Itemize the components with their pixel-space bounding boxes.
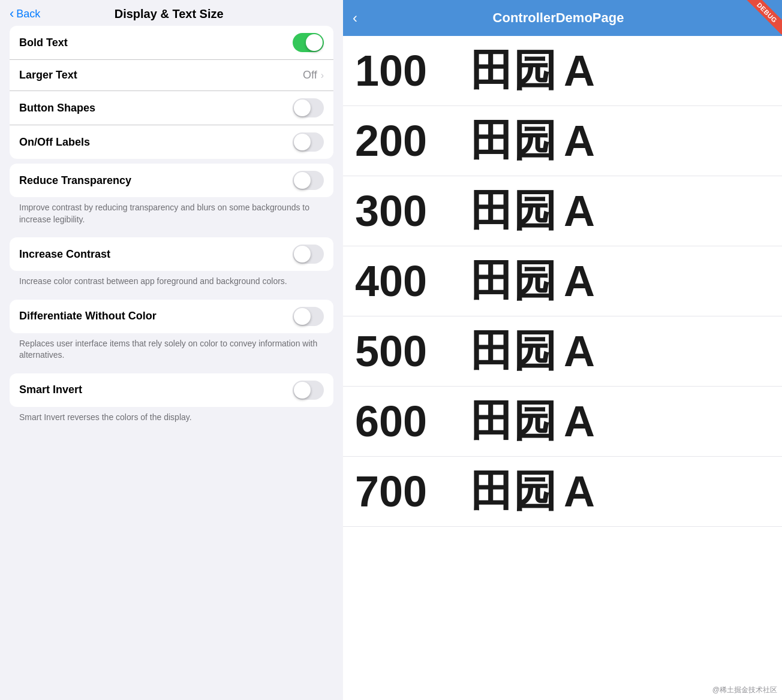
font-demo-row-600: 600 田园 A bbox=[343, 387, 782, 457]
font-size-100: 100 bbox=[355, 46, 463, 95]
font-size-700: 700 bbox=[355, 467, 463, 516]
font-chinese-200: 田园 bbox=[470, 112, 557, 170]
font-demo-row-100: 100 田园 A bbox=[343, 36, 782, 106]
font-demo-row-400: 400 田园 A bbox=[343, 246, 782, 316]
font-chinese-400: 田园 bbox=[470, 252, 557, 310]
button-shapes-row: Button Shapes bbox=[10, 91, 333, 125]
page-title: Display & Text Size bbox=[40, 7, 297, 21]
larger-text-label: Larger Text bbox=[19, 69, 303, 82]
font-letter-100: A bbox=[564, 46, 595, 95]
bold-text-label: Bold Text bbox=[19, 37, 293, 49]
watermark: @稀土掘金技术社区 bbox=[712, 685, 777, 695]
increase-contrast-row: Increase Contrast bbox=[10, 237, 333, 271]
font-demo-row-700: 700 田园 A bbox=[343, 457, 782, 527]
increase-contrast-toggle[interactable] bbox=[293, 245, 324, 264]
font-letter-400: A bbox=[564, 257, 595, 306]
bold-text-toggle[interactable] bbox=[293, 33, 324, 52]
smart-invert-label: Smart Invert bbox=[19, 384, 293, 396]
settings-content: Bold Text Larger Text Off › Button Shape… bbox=[0, 26, 343, 700]
font-size-200: 200 bbox=[355, 116, 463, 165]
increase-contrast-description: Increase color contrast between app fore… bbox=[10, 271, 333, 295]
increase-contrast-section: Increase Contrast Increase color contras… bbox=[10, 237, 333, 295]
smart-invert-card: Smart Invert bbox=[10, 373, 333, 407]
smart-invert-section: Smart Invert Smart Invert reverses the c… bbox=[10, 373, 333, 431]
larger-text-row[interactable]: Larger Text Off › bbox=[10, 60, 333, 91]
smart-invert-toggle-thumb bbox=[294, 382, 311, 399]
font-demo-row-500: 500 田园 A bbox=[343, 316, 782, 387]
increase-contrast-toggle-thumb bbox=[294, 246, 311, 262]
right-nav-bar: ‹ ControllerDemoPage bbox=[343, 0, 782, 36]
chevron-right-icon: › bbox=[321, 70, 324, 81]
differentiate-without-color-description: Replaces user interface items that rely … bbox=[10, 333, 333, 369]
back-button[interactable]: ‹ Back bbox=[10, 8, 40, 20]
font-letter-600: A bbox=[564, 397, 595, 446]
larger-text-value: Off bbox=[303, 69, 317, 82]
font-chinese-100: 田园 bbox=[470, 42, 557, 99]
font-size-400: 400 bbox=[355, 257, 463, 306]
back-label: Back bbox=[16, 8, 40, 20]
on-off-labels-toggle[interactable] bbox=[293, 132, 324, 152]
button-shapes-label: Button Shapes bbox=[19, 102, 293, 114]
smart-invert-row: Smart Invert bbox=[10, 373, 333, 407]
smart-invert-description: Smart Invert reverses the colors of the … bbox=[10, 407, 333, 431]
button-shapes-toggle-thumb bbox=[294, 99, 311, 116]
reduce-transparency-description: Improve contrast by reducing transparenc… bbox=[10, 197, 333, 233]
font-demo-row-200: 200 田园 A bbox=[343, 106, 782, 176]
increase-contrast-card: Increase Contrast bbox=[10, 237, 333, 271]
debug-badge: DEBUG bbox=[745, 0, 782, 35]
differentiate-without-color-toggle[interactable] bbox=[293, 307, 324, 326]
font-chinese-500: 田园 bbox=[470, 322, 557, 380]
font-size-300: 300 bbox=[355, 186, 463, 236]
button-shapes-toggle[interactable] bbox=[293, 98, 324, 117]
font-letter-300: A bbox=[564, 186, 595, 236]
back-chevron-icon: ‹ bbox=[10, 7, 14, 20]
right-back-button[interactable]: ‹ bbox=[353, 10, 357, 26]
differentiate-without-color-toggle-thumb bbox=[294, 308, 311, 325]
reduce-transparency-section: Reduce Transparency Improve contrast by … bbox=[10, 164, 333, 233]
nav-bar: ‹ Back Display & Text Size bbox=[0, 0, 343, 26]
reduce-transparency-row: Reduce Transparency bbox=[10, 164, 333, 197]
first-settings-card: Bold Text Larger Text Off › Button Shape… bbox=[10, 26, 333, 159]
on-off-labels-label: On/Off Labels bbox=[19, 136, 293, 149]
font-chinese-600: 田园 bbox=[470, 393, 557, 450]
increase-contrast-label: Increase Contrast bbox=[19, 248, 293, 261]
differentiate-without-color-label: Differentiate Without Color bbox=[19, 310, 293, 322]
font-chinese-700: 田园 bbox=[470, 463, 557, 520]
differentiate-without-color-row: Differentiate Without Color bbox=[10, 300, 333, 333]
differentiate-without-color-section: Differentiate Without Color Replaces use… bbox=[10, 300, 333, 369]
font-letter-200: A bbox=[564, 116, 595, 165]
left-panel: ‹ Back Display & Text Size Bold Text Lar… bbox=[0, 0, 343, 700]
bold-text-toggle-thumb bbox=[306, 34, 323, 51]
reduce-transparency-toggle[interactable] bbox=[293, 171, 324, 190]
font-size-600: 600 bbox=[355, 397, 463, 446]
smart-invert-toggle[interactable] bbox=[293, 381, 324, 400]
font-demo-row-300: 300 田园 A bbox=[343, 176, 782, 246]
font-size-500: 500 bbox=[355, 327, 463, 376]
on-off-labels-row: On/Off Labels bbox=[10, 125, 333, 159]
on-off-labels-toggle-thumb bbox=[294, 134, 311, 150]
font-letter-700: A bbox=[564, 467, 595, 516]
bold-text-row: Bold Text bbox=[10, 26, 333, 60]
reduce-transparency-label: Reduce Transparency bbox=[19, 174, 293, 187]
reduce-transparency-card: Reduce Transparency bbox=[10, 164, 333, 197]
font-letter-500: A bbox=[564, 327, 595, 376]
right-panel: ‹ ControllerDemoPage DEBUG 100 田园 A 200 … bbox=[343, 0, 782, 700]
font-demo-list: 100 田园 A 200 田园 A 300 田园 A 400 田园 A 500 … bbox=[343, 36, 782, 700]
debug-badge-container: DEBUG bbox=[740, 0, 782, 42]
reduce-transparency-toggle-thumb bbox=[294, 172, 311, 189]
right-page-title: ControllerDemoPage bbox=[362, 10, 754, 26]
differentiate-without-color-card: Differentiate Without Color bbox=[10, 300, 333, 333]
font-chinese-300: 田园 bbox=[470, 182, 557, 240]
